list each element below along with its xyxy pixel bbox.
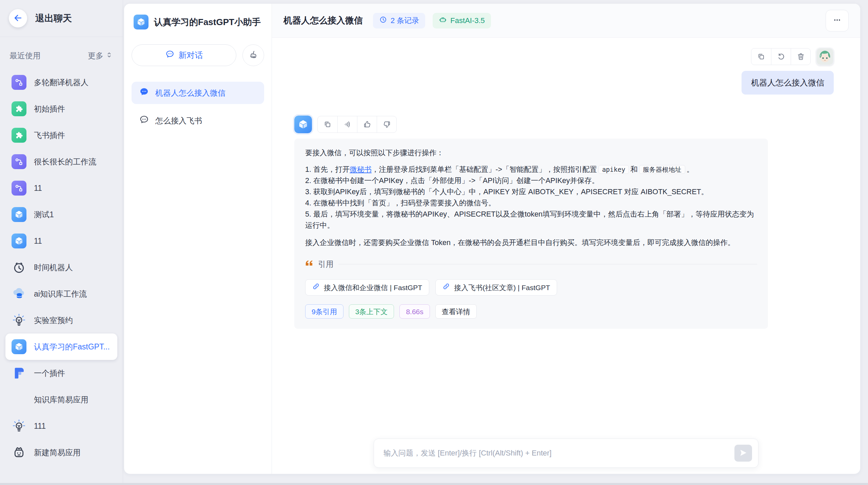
app-label: 多轮翻译机器人 xyxy=(34,77,88,88)
app-title: 认真学习的FastGPT小助手 xyxy=(154,16,261,28)
chat-bubble-icon xyxy=(139,115,149,127)
model-badge[interactable]: FastAI-3.5 xyxy=(433,13,491,28)
recent-used-label: 最近使用 xyxy=(9,50,41,61)
clock-icon xyxy=(379,16,387,26)
clear-history-button[interactable] xyxy=(242,44,264,66)
workflow-icon xyxy=(12,75,26,90)
sidebar-app-item[interactable]: 很长很长的工作流 xyxy=(5,148,117,175)
sidebar-app-item[interactable]: 初始插件 xyxy=(5,96,117,122)
assistant-note: 接入企业微信时，还需要购买企业微信 Token，在微秘书的会员开通栏目中自行购买… xyxy=(305,237,757,248)
panel-header: 认真学习的FastGPT小助手 xyxy=(132,4,264,29)
sidebar-app-item[interactable]: 知识库简易应用 xyxy=(5,386,117,413)
citation-link[interactable]: 接入飞书(社区文章) | FastGPT xyxy=(435,279,557,296)
assistant-message-header xyxy=(294,116,397,133)
assistant-message-card: 要接入微信，可以按照以下步骤进行操作： 1. 首先，打开微秘书，注册登录后找到菜… xyxy=(294,139,768,329)
assistant-step: 4. 在微秘书中找到「首页」，扫码登录需要接入的微信号。 xyxy=(305,198,757,209)
user-message-row: 机器人怎么接入微信 xyxy=(294,48,834,95)
copy-button[interactable] xyxy=(751,48,771,65)
new-chat-button[interactable]: 新对话 xyxy=(132,44,236,66)
app-label: 知识库简易应用 xyxy=(34,395,88,405)
conversation-header: 机器人怎么接入微信 2 条记录 FastAI-3.5 xyxy=(272,4,860,38)
message-input[interactable] xyxy=(383,448,734,458)
sidebar: 退出聊天 最近使用 更多 多轮翻译机器人初始插件飞书插件很长很长的工作流11测试… xyxy=(0,0,123,483)
exit-chat-button[interactable] xyxy=(9,9,27,27)
thumbs-down-button[interactable] xyxy=(377,116,396,133)
app-label: 11 xyxy=(34,237,42,246)
citation-row: 接入微信和企业微信 | FastGPT接入飞书(社区文章) | FastGPT xyxy=(305,279,757,296)
recent-row: 最近使用 更多 xyxy=(0,37,123,66)
app-label: 飞书插件 xyxy=(34,130,65,141)
assistant-message-row: 要接入微信，可以按照以下步骤进行操作： 1. 首先，打开微秘书，注册登录后找到菜… xyxy=(294,116,834,329)
user-message-bubble: 机器人怎么接入微信 xyxy=(742,71,834,95)
plugin-icon xyxy=(12,128,26,143)
thumbs-up-button[interactable] xyxy=(357,116,377,133)
copy-button[interactable] xyxy=(318,116,337,133)
app-label: 时间机器人 xyxy=(34,262,73,273)
cube-icon xyxy=(12,339,26,354)
sidebar-app-item[interactable]: 11 xyxy=(5,175,117,201)
f-logo-icon xyxy=(12,366,26,381)
stat-plain-pill[interactable]: 查看详情 xyxy=(435,304,477,319)
history-item[interactable]: 怎么接入飞书 xyxy=(132,109,264,132)
photo-icon xyxy=(12,392,26,407)
app-label: 认真学习的FastGPT... xyxy=(34,342,110,352)
send-button[interactable] xyxy=(734,445,752,462)
read-aloud-button[interactable] xyxy=(337,116,357,133)
history-list: 机器人怎么接入微信怎么接入飞书 xyxy=(132,82,264,132)
sidebar-header: 退出聊天 xyxy=(0,0,123,37)
records-badge[interactable]: 2 条记录 xyxy=(373,13,425,28)
assistant-step: 5. 最后，填写环境变量，将微秘书的APIKey、APISECRET以及企微to… xyxy=(305,209,757,231)
sidebar-app-item[interactable]: 飞书插件 xyxy=(5,122,117,148)
stat-green-pill[interactable]: 3条上下文 xyxy=(349,304,394,319)
window-bottom-edge xyxy=(0,483,868,485)
sidebar-app-item[interactable]: 新建简易应用 xyxy=(5,439,117,466)
sidebar-app-item[interactable]: 111 xyxy=(5,413,117,439)
history-item-title: 机器人怎么接入微信 xyxy=(155,88,225,98)
sidebar-app-item[interactable]: 认真学习的FastGPT... xyxy=(5,334,117,360)
broom-icon xyxy=(248,50,258,61)
assistant-step: 2. 在微秘书中创建一个APIKey，点击「外部使用」->「API访问」创建一个… xyxy=(305,175,757,186)
app-list: 多轮翻译机器人初始插件飞书插件很长很长的工作流11测试111时间机器人ai知识库… xyxy=(0,66,123,483)
app-root: 退出聊天 最近使用 更多 多轮翻译机器人初始插件飞书插件很长很长的工作流11测试… xyxy=(0,0,868,483)
cube-icon xyxy=(12,207,26,222)
delete-button[interactable] xyxy=(791,48,810,65)
chat-history-panel: 认真学习的FastGPT小助手 新对话 机器人怎么接入微信怎么接入飞书 xyxy=(124,4,272,474)
robot-icon xyxy=(12,445,26,460)
back-arrow-icon xyxy=(13,13,23,24)
sidebar-app-item[interactable]: 实验室预约 xyxy=(5,307,117,334)
sidebar-app-item[interactable]: 时间机器人 xyxy=(5,254,117,281)
link-icon xyxy=(312,282,320,293)
stat-blue-pill[interactable]: 9条引用 xyxy=(305,304,343,319)
history-item[interactable]: 机器人怎么接入微信 xyxy=(132,82,264,104)
new-chat-label: 新对话 xyxy=(179,50,203,61)
model-badge-label: FastAI-3.5 xyxy=(450,16,485,25)
composer-box xyxy=(374,439,758,468)
assistant-message-toolbar xyxy=(317,116,397,133)
stat-purple-pill[interactable]: 8.66s xyxy=(399,304,430,319)
more-label: 更多 xyxy=(88,50,103,61)
exit-chat-label: 退出聊天 xyxy=(35,12,72,24)
sidebar-app-item[interactable]: 11 xyxy=(5,228,117,254)
sidebar-app-item[interactable]: 一个插件 xyxy=(5,360,117,386)
quote-label: 引用 xyxy=(318,259,334,270)
sidebar-app-item[interactable]: 测试1 xyxy=(5,201,117,228)
bulb-icon xyxy=(12,419,26,433)
citation-title: 接入飞书(社区文章) | FastGPT xyxy=(454,282,550,293)
message-list[interactable]: 机器人怎么接入微信 要接入微信，可以按照以下步骤进行操作： 1. 首先，打开微秘… xyxy=(272,38,860,439)
inline-link[interactable]: 微秘书 xyxy=(350,165,372,174)
conversation-title: 机器人怎么接入微信 xyxy=(283,15,363,26)
citation-link[interactable]: 接入微信和企业微信 | FastGPT xyxy=(305,279,429,296)
send-icon xyxy=(738,448,748,459)
retry-button[interactable] xyxy=(771,48,791,65)
assistant-step: 3. 获取到APIKey后，填写到微秘书的「个人中心」中，APIKEY 对应 A… xyxy=(305,186,757,198)
link-icon xyxy=(442,282,450,293)
sidebar-app-item[interactable]: ai知识库工作流 xyxy=(5,281,117,307)
sidebar-app-item[interactable]: 多轮翻译机器人 xyxy=(5,69,117,96)
robot-icon xyxy=(439,16,447,26)
more-options-button[interactable] xyxy=(826,10,849,32)
app-label: 实验室预约 xyxy=(34,315,73,326)
more-apps-button[interactable]: 更多 xyxy=(88,50,113,61)
workflow-icon xyxy=(12,154,26,169)
sort-chevrons-icon xyxy=(105,51,113,61)
ellipsis-icon xyxy=(832,15,842,26)
